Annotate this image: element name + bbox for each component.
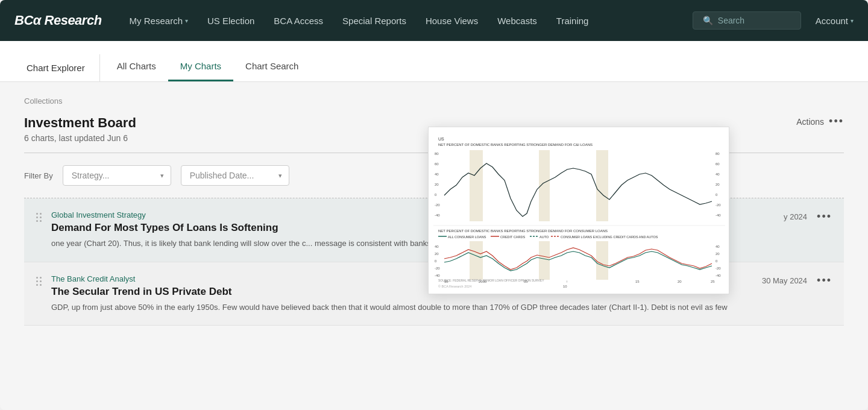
account-arrow: ▾ [851,17,854,24]
nav-links: My Research ▾ US Election BCA Access Spe… [121,11,693,31]
svg-text:40: 40 [435,245,439,248]
nav-training[interactable]: Training [548,11,597,31]
search-label: Search [718,16,744,25]
actions-button[interactable]: Actions ••• [796,115,844,128]
drag-handle[interactable] [36,210,42,222]
svg-rect-41 [539,241,550,280]
account-link[interactable]: Account ▾ [816,16,854,26]
svg-text:20: 20 [435,252,439,256]
filter-by-label: Filter By [24,171,53,180]
svg-text:↑: ↑ [566,280,568,283]
svg-text:-20: -20 [715,203,721,207]
nav-my-research[interactable]: My Research ▾ [121,11,197,31]
drag-handle[interactable] [36,274,42,286]
search-icon: 🔍 [703,16,713,25]
svg-text:60: 60 [435,162,439,166]
svg-text:-20: -20 [715,266,721,270]
nav-webcasts[interactable]: Webcasts [489,11,546,31]
svg-rect-17 [470,150,483,221]
svg-text:AUTO: AUTO [539,235,549,239]
chart-more-icon[interactable]: ••• [817,210,832,223]
svg-text:15: 15 [635,280,640,283]
svg-rect-42 [596,241,608,280]
tab-all-charts[interactable]: All Charts [105,52,168,81]
svg-text:NET PERCENT OF DOMESTIC BANKS : NET PERCENT OF DOMESTIC BANKS REPORTING … [438,229,608,233]
chart-date: y 2024 [784,212,807,221]
svg-text:60: 60 [715,162,720,166]
svg-text:40: 40 [715,245,720,248]
chart-svg-container: US NET PERCENT OF DOMESTIC BANKS REPORTI… [433,132,725,289]
svg-text:-20: -20 [435,266,440,270]
collections-label: Collections [24,96,844,106]
svg-text:NET PERCENT OF DOMESTIC BANKS : NET PERCENT OF DOMESTIC BANKS REPORTING … [438,143,593,147]
date-filter[interactable]: Published Date... [181,165,289,186]
svg-text:SOURCE: FEDERAL RESERVE SENIOR: SOURCE: FEDERAL RESERVE SENIOR LOAN OFFI… [438,279,544,282]
nav-us-election[interactable]: US Election [199,11,263,31]
svg-text:-40: -40 [715,213,721,217]
search-box[interactable]: 🔍 Search [693,11,801,30]
svg-text:CREDIT CARDS: CREDIT CARDS [500,235,525,239]
chart-more-icon[interactable]: ••• [817,274,832,287]
svg-text:US: US [438,137,444,141]
svg-text:40: 40 [715,172,720,176]
svg-rect-19 [596,150,608,221]
brand-logo[interactable]: BCα Research [14,13,102,28]
nav-house-views[interactable]: House Views [417,11,486,31]
nav-bca-access[interactable]: BCA Access [265,11,332,31]
svg-text:20: 20 [678,280,682,283]
svg-text:40: 40 [435,172,439,176]
chart-svg: US NET PERCENT OF DOMESTIC BANKS REPORTI… [433,132,725,289]
board-title-group: Investment Board [24,115,136,131]
svg-text:-40: -40 [435,274,440,277]
svg-text:20: 20 [715,252,720,256]
svg-text:-40: -40 [715,274,721,277]
svg-text:-40: -40 [435,213,440,217]
chart-excerpt: GDP, up from just above 50% in the early… [51,301,752,314]
svg-text:ALL CONSUMER LOANS: ALL CONSUMER LOANS [448,235,486,239]
actions-dots-icon: ••• [829,115,844,128]
chart-meta: y 2024 ••• [784,210,832,223]
svg-text:25: 25 [711,280,715,283]
board-title: Investment Board [24,115,136,131]
top-nav: BCα Research My Research ▾ US Election B… [0,0,868,41]
tab-chart-explorer[interactable]: Chart Explorer [14,54,100,81]
svg-text:20: 20 [435,183,439,186]
tab-chart-search[interactable]: Chart Search [233,52,310,81]
svg-text:80: 80 [715,152,720,156]
strategy-filter[interactable]: Strategy... [63,165,171,186]
sub-nav-tabs: Chart Explorer All Charts My Charts Char… [14,52,310,81]
svg-text:80: 80 [435,152,439,156]
nav-special-reports[interactable]: Special Reports [334,11,415,31]
strategy-filter-wrapper[interactable]: Strategy... ▾ [63,165,171,186]
date-filter-wrapper[interactable]: Published Date... ▾ [181,165,289,186]
svg-text:-20: -20 [435,203,440,207]
svg-text:10: 10 [563,285,567,288]
account-label: Account [816,16,848,26]
actions-label: Actions [796,117,824,127]
svg-text:CONSUMER LOANS EXCLUDING CREDI: CONSUMER LOANS EXCLUDING CREDIT CARDS AN… [561,235,658,239]
chart-meta: 30 May 2024 ••• [762,274,832,287]
svg-text:20: 20 [715,183,720,186]
svg-rect-40 [470,241,483,280]
sub-nav: Chart Explorer All Charts My Charts Char… [0,41,868,82]
chart-preview-popup: US NET PERCENT OF DOMESTIC BANKS REPORTI… [428,127,729,294]
svg-text:© BCA Research 2024: © BCA Research 2024 [438,285,471,288]
tab-my-charts[interactable]: My Charts [168,52,233,81]
my-research-arrow: ▾ [185,17,188,24]
nav-right: 🔍 Search Account ▾ [693,11,854,30]
chart-date: 30 May 2024 [762,276,807,285]
